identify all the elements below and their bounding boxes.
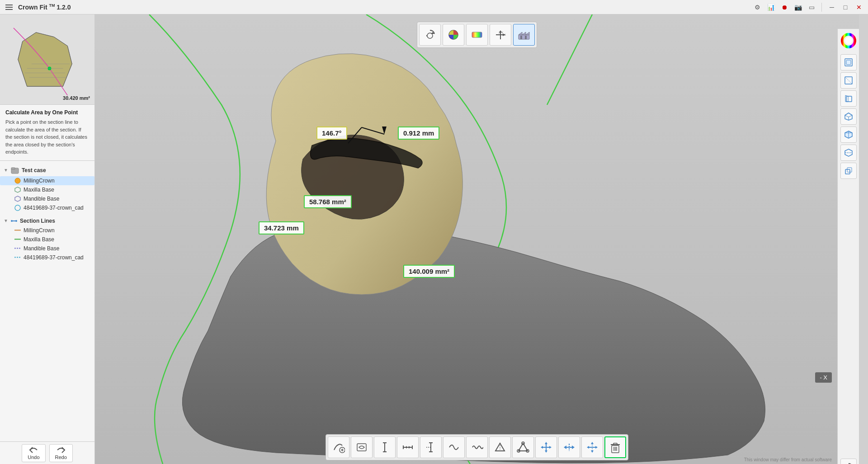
left-info: Calculate Area by One Point Pick a point… (0, 105, 94, 161)
view-front-btn[interactable] (840, 54, 857, 70)
svg-marker-36 (522, 32, 526, 35)
svg-point-8 (15, 178, 20, 183)
top-toolbar: YXZ (417, 22, 537, 48)
section-btn[interactable] (351, 436, 373, 458)
dist2-label: 34.723 mm (259, 221, 304, 234)
svg-marker-89 (564, 445, 566, 449)
svg-point-11 (15, 205, 20, 211)
view-back-btn[interactable] (840, 72, 857, 89)
milling-crown-label: MillingCrown (24, 178, 55, 184)
calculate-desc: Pick a point on the section line to calc… (5, 118, 89, 156)
svg-line-50 (849, 115, 852, 117)
svg-marker-85 (545, 450, 547, 453)
svg-rect-38 (520, 36, 522, 39)
sidebar-item-maxilla-base[interactable]: Maxilla Base (0, 185, 94, 194)
svg-marker-10 (15, 196, 20, 202)
scene-svg (95, 14, 859, 464)
sl-milling-label: MillingCrown (24, 227, 55, 234)
undo-redo-bar: Undo Redo (0, 441, 94, 464)
panel-btn[interactable]: ▭ (806, 2, 817, 13)
mini-area-label: 30.420 mm² (63, 95, 90, 101)
titlebar-right: ⚙ 📊 ⏺ 📷 ▭ ─ □ ✕ (752, 2, 868, 13)
redo-button[interactable]: Redo (49, 444, 73, 462)
sidebar-item-crown-cad[interactable]: 48419689-37-crown_cad (0, 203, 94, 212)
rotate-btn[interactable] (419, 24, 441, 46)
svg-marker-94 (595, 446, 598, 449)
section-icon (11, 218, 17, 224)
svg-marker-70 (405, 446, 407, 449)
reset-view-btn[interactable] (840, 459, 857, 464)
app-title: Crown Fit TM 1.2.0 (18, 3, 71, 11)
minimize-btn[interactable]: ─ (826, 2, 837, 13)
delete-btn[interactable] (604, 436, 626, 458)
align-btn[interactable] (581, 436, 603, 458)
move-btn[interactable] (535, 436, 557, 458)
color-btn[interactable] (443, 24, 464, 46)
folder-icon (11, 166, 19, 174)
sidebar-item-sl-crown-cad[interactable]: 48419689-37-crown_cad (0, 253, 94, 262)
svg-marker-96 (591, 442, 594, 444)
svg-marker-35 (519, 32, 522, 35)
svg-rect-57 (847, 168, 852, 172)
wave-btn[interactable] (466, 436, 488, 458)
x-button[interactable]: - X (815, 372, 832, 383)
h-measure-btn[interactable] (397, 436, 419, 458)
sidebar-tree: ▼ Test case MillingCrown Maxilla Base (0, 161, 94, 442)
gradient-btn[interactable] (466, 24, 488, 46)
color-wheel-btn[interactable] (840, 33, 857, 49)
triangle-btn[interactable] (489, 436, 511, 458)
mandible-base-label: Mandible Base (24, 196, 59, 202)
settings-btn[interactable]: ⚙ (752, 2, 763, 13)
add-point-btn[interactable] (328, 436, 349, 458)
svg-rect-56 (845, 169, 850, 174)
sidebar-item-sl-milling[interactable]: MillingCrown (0, 226, 94, 235)
move2-btn[interactable] (558, 436, 580, 458)
calculate-title: Calculate Area by One Point (5, 109, 89, 116)
undo-button[interactable]: Undo (22, 444, 45, 462)
sl-mandible-icon (14, 245, 21, 252)
svg-line-45 (845, 77, 852, 84)
view-persp-btn[interactable] (840, 90, 857, 107)
svg-point-14 (15, 220, 17, 222)
factory-btn[interactable] (513, 24, 535, 46)
close-btn[interactable]: ✕ (854, 2, 864, 13)
curve-btn[interactable] (443, 436, 465, 458)
view-section-btn[interactable] (840, 145, 857, 161)
sl-crown-cad-label: 48419689-37-crown_cad (24, 254, 84, 261)
tree-sectionlines-header[interactable]: ▼ Section Lines (0, 216, 94, 226)
v-measure-btn[interactable] (374, 436, 396, 458)
titlebar-left: Crown Fit TM 1.2.0 (0, 3, 71, 12)
sidebar-item-milling-crown[interactable]: MillingCrown (0, 176, 94, 185)
record-btn[interactable]: ⏺ (779, 2, 790, 13)
crown-cad-label: 48419689-37-crown_cad (24, 205, 84, 211)
area1-label: 58.768 mm² (304, 195, 352, 208)
sidebar-item-sl-mandible[interactable]: Mandible Base (0, 244, 94, 253)
maximize-btn[interactable]: □ (840, 2, 851, 13)
sl-maxilla-label: Maxilla Base (24, 236, 54, 243)
sidebar-item-mandible-base[interactable]: Mandible Base (0, 194, 94, 203)
sl-milling-icon (14, 227, 21, 234)
main-viewport[interactable]: YXZ 146.7° 0.912 mm 58.768 mm² 34.723 mm… (95, 14, 859, 464)
svg-point-23 (427, 33, 433, 38)
watermark: This window may differ from actual softw… (744, 457, 832, 462)
sidebar-item-sl-maxilla[interactable]: Maxilla Base (0, 235, 94, 244)
axes-btn[interactable]: YXZ (490, 24, 511, 46)
tree-testcase-header[interactable]: ▼ Test case (0, 164, 94, 176)
dist1-label: 0.912 mm (398, 127, 439, 140)
triangle2-btn[interactable] (512, 436, 534, 458)
chart-btn[interactable]: 📊 (765, 2, 776, 13)
angle-label: 146.7° (316, 127, 347, 140)
sl-maxilla-icon (14, 236, 21, 243)
svg-marker-97 (591, 450, 594, 453)
collapse-arrow-testcase: ▼ (4, 168, 8, 173)
section-lines-label: Section Lines (20, 218, 55, 224)
svg-marker-90 (572, 445, 575, 449)
camera-btn[interactable]: 📷 (793, 2, 803, 13)
hamburger-menu[interactable] (4, 3, 14, 12)
svg-marker-86 (541, 446, 543, 449)
view-iso-btn[interactable] (840, 108, 857, 125)
perp-btn[interactable] (420, 436, 442, 458)
view-3d-btn[interactable] (840, 163, 857, 179)
collapse-arrow-section: ▼ (4, 218, 8, 223)
view-ortho-btn[interactable] (840, 127, 857, 143)
